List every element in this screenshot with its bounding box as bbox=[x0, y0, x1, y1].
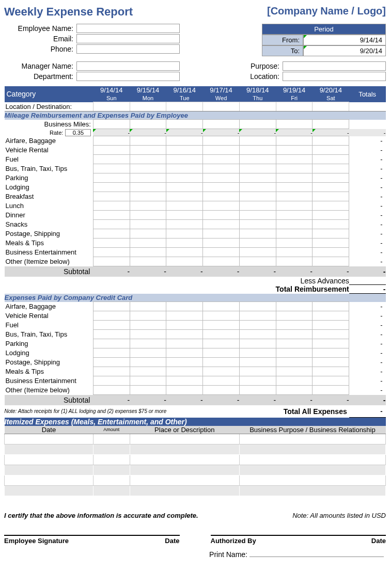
cell[interactable] bbox=[203, 229, 240, 239]
cell[interactable] bbox=[130, 311, 166, 321]
cell[interactable] bbox=[276, 201, 313, 211]
cell[interactable] bbox=[203, 348, 240, 358]
cell[interactable] bbox=[130, 239, 166, 248]
cell[interactable] bbox=[239, 220, 276, 229]
cell[interactable] bbox=[130, 248, 166, 257]
cell[interactable] bbox=[166, 155, 203, 164]
cell[interactable] bbox=[93, 376, 130, 386]
cell[interactable] bbox=[93, 229, 130, 239]
cell[interactable] bbox=[93, 164, 130, 173]
cell[interactable] bbox=[130, 146, 166, 155]
cell[interactable] bbox=[166, 257, 203, 266]
cell[interactable] bbox=[203, 302, 240, 311]
cell[interactable] bbox=[203, 192, 240, 201]
cell[interactable] bbox=[276, 120, 313, 129]
cell[interactable] bbox=[239, 120, 276, 129]
cell[interactable] bbox=[203, 367, 240, 376]
cell[interactable] bbox=[93, 120, 130, 129]
cell[interactable] bbox=[130, 173, 166, 183]
cell[interactable] bbox=[239, 229, 276, 239]
cell[interactable] bbox=[93, 311, 130, 321]
cell[interactable] bbox=[313, 201, 349, 211]
cell[interactable] bbox=[239, 155, 276, 164]
cell[interactable] bbox=[239, 302, 276, 311]
cell[interactable] bbox=[276, 239, 313, 248]
cell[interactable] bbox=[130, 321, 166, 330]
cell[interactable] bbox=[276, 386, 313, 395]
cell[interactable] bbox=[166, 358, 203, 367]
cell[interactable] bbox=[166, 220, 203, 229]
cell[interactable] bbox=[313, 173, 349, 183]
cell[interactable] bbox=[93, 321, 130, 330]
cell[interactable] bbox=[130, 257, 166, 266]
cell[interactable] bbox=[276, 302, 313, 311]
location-input[interactable] bbox=[283, 72, 386, 81]
cell[interactable] bbox=[313, 248, 349, 257]
cell[interactable] bbox=[166, 376, 203, 386]
itemized-row[interactable] bbox=[5, 455, 386, 465]
cell[interactable] bbox=[276, 146, 313, 155]
cell[interactable] bbox=[313, 136, 349, 146]
cell[interactable] bbox=[313, 211, 349, 220]
cell[interactable] bbox=[276, 330, 313, 339]
cell[interactable] bbox=[166, 339, 203, 348]
cell[interactable] bbox=[166, 302, 203, 311]
cell[interactable] bbox=[239, 211, 276, 220]
cell[interactable] bbox=[276, 321, 313, 330]
cell[interactable] bbox=[93, 386, 130, 395]
cell[interactable] bbox=[276, 257, 313, 266]
cell[interactable] bbox=[276, 367, 313, 376]
cell[interactable] bbox=[313, 311, 349, 321]
cell[interactable] bbox=[93, 211, 130, 220]
rate-input[interactable]: 0.35 bbox=[65, 129, 91, 136]
cell[interactable] bbox=[130, 155, 166, 164]
cell[interactable] bbox=[313, 229, 349, 239]
itemized-row[interactable] bbox=[5, 434, 386, 444]
cell[interactable] bbox=[239, 367, 276, 376]
cell[interactable] bbox=[276, 136, 313, 146]
cell[interactable] bbox=[203, 358, 240, 367]
cell[interactable] bbox=[313, 367, 349, 376]
cell[interactable] bbox=[203, 257, 240, 266]
cell[interactable] bbox=[203, 376, 240, 386]
cell[interactable] bbox=[276, 339, 313, 348]
cell[interactable] bbox=[166, 164, 203, 173]
itemized-row[interactable] bbox=[5, 444, 386, 455]
cell[interactable] bbox=[203, 220, 240, 229]
cell[interactable] bbox=[239, 321, 276, 330]
cell[interactable] bbox=[93, 330, 130, 339]
cell[interactable] bbox=[276, 102, 313, 112]
cell[interactable] bbox=[93, 257, 130, 266]
cell[interactable] bbox=[166, 311, 203, 321]
cell[interactable] bbox=[313, 220, 349, 229]
cell[interactable] bbox=[276, 192, 313, 201]
cell[interactable] bbox=[239, 192, 276, 201]
cell[interactable] bbox=[93, 173, 130, 183]
cell[interactable] bbox=[93, 220, 130, 229]
cell[interactable] bbox=[239, 330, 276, 339]
cell[interactable] bbox=[166, 239, 203, 248]
cell[interactable] bbox=[93, 192, 130, 201]
cell[interactable] bbox=[93, 348, 130, 358]
cell[interactable] bbox=[130, 229, 166, 239]
cell[interactable] bbox=[93, 146, 130, 155]
cell[interactable] bbox=[203, 386, 240, 395]
cell[interactable] bbox=[239, 311, 276, 321]
itemized-row[interactable] bbox=[5, 475, 386, 486]
cell[interactable] bbox=[93, 136, 130, 146]
cell[interactable] bbox=[203, 164, 240, 173]
cell[interactable] bbox=[130, 102, 166, 112]
cell[interactable] bbox=[130, 376, 166, 386]
cell[interactable] bbox=[276, 183, 313, 192]
print-name-field[interactable] bbox=[249, 549, 384, 557]
cell[interactable] bbox=[276, 248, 313, 257]
cell[interactable] bbox=[276, 376, 313, 386]
cell[interactable] bbox=[239, 183, 276, 192]
cell[interactable] bbox=[313, 376, 349, 386]
cell[interactable] bbox=[313, 239, 349, 248]
cell[interactable] bbox=[203, 136, 240, 146]
cell[interactable] bbox=[166, 136, 203, 146]
cell[interactable] bbox=[166, 248, 203, 257]
cell[interactable] bbox=[93, 201, 130, 211]
cell[interactable] bbox=[203, 330, 240, 339]
